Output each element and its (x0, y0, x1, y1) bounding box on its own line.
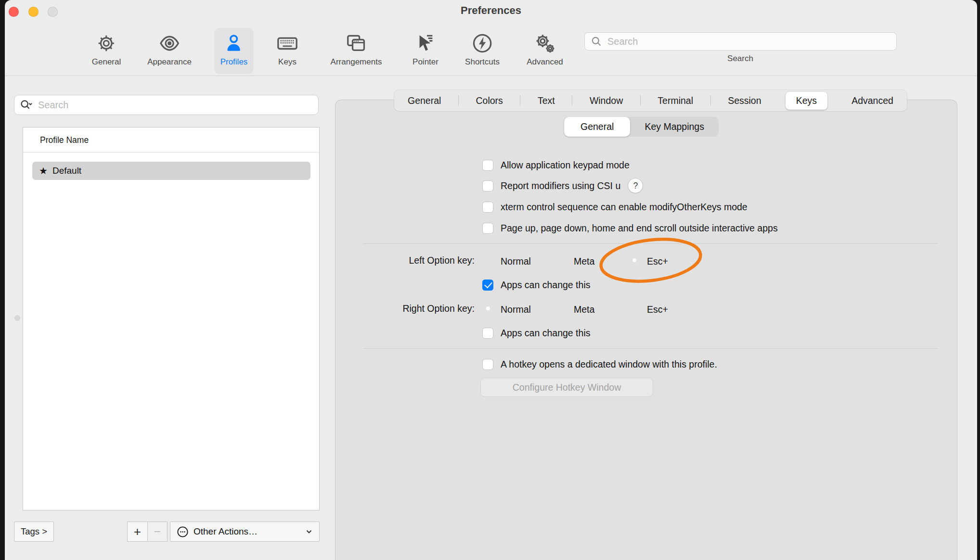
keyboard-icon (276, 31, 298, 56)
tab-keys[interactable]: Keys (786, 92, 827, 110)
checkbox-label: xterm control sequence can enable modify… (501, 202, 748, 213)
other-actions-label: Other Actions… (193, 526, 300, 537)
toolbar-item-label: Keys (278, 57, 297, 67)
profile-tab-bar: General Colors Text Window Terminal Sess… (394, 90, 907, 111)
checkbox-row: Apps can change this (482, 325, 590, 341)
tab-separator (640, 95, 641, 106)
window-title: Preferences (5, 4, 977, 17)
right-apps-can-change-checkbox[interactable] (482, 328, 493, 339)
left-option-key-label: Left Option key: (274, 255, 475, 266)
toolbar-item-appearance[interactable]: Appearance (142, 28, 197, 74)
checkbox-label: Apps can change this (501, 280, 590, 291)
hotkey-window-checkbox[interactable] (482, 359, 493, 370)
profile-row-default[interactable]: ★ Default (32, 162, 310, 180)
tab-separator (572, 95, 572, 106)
right-option-key-label: Right Option key: (274, 303, 475, 314)
profiles-search-field[interactable] (14, 95, 319, 115)
cursor-icon (415, 31, 436, 56)
checkbox-label: Apps can change this (501, 328, 590, 339)
remove-profile-button[interactable]: − (147, 522, 168, 541)
tab-session[interactable]: Session (717, 92, 772, 110)
toolbar-search-input[interactable] (606, 36, 890, 48)
tab-separator (520, 95, 520, 106)
left-apps-can-change-checkbox[interactable] (482, 280, 493, 291)
tab-terminal[interactable]: Terminal (647, 92, 704, 110)
radio-label: Esc+ (647, 256, 668, 267)
radio-label: Normal (501, 304, 531, 315)
keys-subtab-bar: General Key Mappings (564, 117, 719, 137)
checkbox-row: A hotkey opens a dedicated window with t… (482, 356, 717, 372)
tab-separator (458, 95, 459, 106)
radio-label: Meta (574, 256, 594, 267)
toolbar-item-arrangements[interactable]: Arrangements (325, 28, 388, 74)
toolbar-item-label: Shortcuts (465, 57, 500, 67)
profiles-search-input[interactable] (37, 99, 313, 111)
checkbox-label: A hotkey opens a dedicated window with t… (501, 359, 717, 370)
checkbox-row: xterm control sequence can enable modify… (482, 199, 748, 215)
toolbar-item-label: Arrangements (331, 57, 382, 67)
eye-icon (158, 31, 181, 56)
tab-general[interactable]: General (397, 92, 451, 110)
radio-label: Normal (501, 256, 531, 267)
gear-icon (96, 31, 117, 56)
person-icon (223, 31, 245, 56)
checkbox-label: Page up, page down, home and end scroll … (501, 223, 778, 234)
help-button[interactable]: ? (628, 178, 643, 193)
toolbar-item-label: Appearance (147, 57, 192, 67)
toolbar-item-label: Profiles (220, 57, 248, 67)
scroll-outside-apps-checkbox[interactable] (482, 223, 493, 234)
profile-add-remove-group: + − (127, 522, 168, 542)
subtab-general[interactable]: General (564, 117, 630, 137)
checkbox-row: Page up, page down, home and end scroll … (482, 220, 778, 236)
splitter-dot (14, 315, 20, 321)
checkbox-label: Allow application keypad mode (501, 160, 630, 171)
preferences-window: Preferences General Appearance Profiles … (5, 0, 977, 560)
toolbar-item-label: General (92, 57, 121, 67)
section-divider (363, 348, 938, 349)
toolbar-search-label: Search (727, 54, 753, 64)
search-menu-icon (20, 99, 33, 111)
toolbar-item-shortcuts[interactable]: Shortcuts (459, 28, 505, 74)
toolbar-search-field[interactable] (584, 32, 897, 51)
tab-colors[interactable]: Colors (465, 92, 514, 110)
modifyotherkeys-checkbox[interactable] (482, 202, 493, 213)
allow-keypad-checkbox[interactable] (482, 160, 493, 171)
toolbar-item-label: Pointer (413, 57, 438, 67)
checkbox-row: Allow application keypad mode (482, 157, 630, 173)
profile-name: Default (52, 165, 81, 176)
other-actions-dropdown[interactable]: Other Actions… (170, 522, 320, 542)
bolt-circle-icon (471, 31, 493, 56)
profile-settings-panel (335, 100, 957, 560)
profile-list-header: Profile Name (40, 135, 89, 145)
tab-text[interactable]: Text (527, 92, 566, 110)
toolbar-item-profiles[interactable]: Profiles (215, 28, 254, 74)
toolbar-item-label: Advanced (527, 57, 563, 67)
tab-window[interactable]: Window (579, 92, 633, 110)
search-icon (591, 36, 602, 47)
checkbox-row: Report modifiers using CSI u ? (482, 178, 643, 193)
profile-list-panel: Profile Name ★ Default (23, 127, 320, 510)
add-profile-button[interactable]: + (128, 522, 147, 541)
toolbar-divider (5, 76, 977, 76)
toolbar-item-keys[interactable]: Keys (271, 28, 304, 74)
star-icon: ★ (39, 165, 48, 177)
two-gears-icon (534, 31, 556, 56)
toolbar-item-general[interactable]: General (86, 28, 127, 74)
toolbar-item-pointer[interactable]: Pointer (407, 28, 444, 74)
tab-advanced[interactable]: Advanced (841, 92, 904, 110)
ellipsis-circle-icon (176, 525, 189, 538)
windows-icon (345, 31, 367, 56)
toolbar-item-advanced[interactable]: Advanced (521, 28, 569, 74)
subtab-key-mappings[interactable]: Key Mappings (630, 117, 719, 137)
profile-list-header-divider (23, 152, 319, 153)
radio-label: Esc+ (647, 304, 668, 315)
checkbox-label: Report modifiers using CSI u (501, 180, 620, 191)
radio-label: Meta (574, 304, 594, 315)
checkbox-row: Apps can change this (482, 277, 590, 293)
chevron-down-icon (305, 527, 313, 536)
csi-u-checkbox[interactable] (482, 180, 493, 191)
configure-hotkey-window-button[interactable]: Configure Hotkey Window (480, 378, 653, 397)
tags-button[interactable]: Tags > (14, 522, 54, 542)
tab-separator (710, 95, 711, 106)
section-divider (363, 243, 938, 244)
